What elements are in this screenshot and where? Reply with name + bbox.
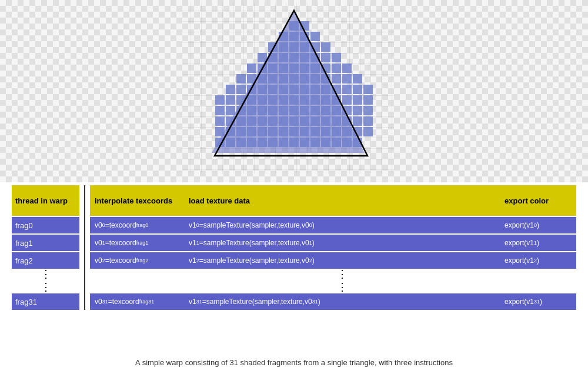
svg-rect-62 [258, 95, 267, 105]
svg-rect-42 [342, 74, 352, 84]
svg-rect-72 [363, 95, 373, 105]
column-separator [84, 185, 85, 310]
svg-rect-65 [289, 95, 299, 105]
svg-rect-101 [353, 116, 362, 126]
dots-load: ⋮⋮ [184, 268, 500, 293]
svg-rect-9 [279, 42, 288, 52]
svg-rect-119 [226, 138, 235, 147]
svg-rect-49 [279, 85, 288, 94]
svg-rect-38 [300, 74, 309, 84]
svg-rect-48 [268, 85, 278, 94]
svg-rect-88 [215, 116, 225, 126]
svg-rect-79 [279, 106, 288, 115]
svg-rect-108 [268, 127, 278, 136]
export-2: export(v12) [500, 252, 576, 269]
svg-rect-82 [310, 106, 320, 115]
svg-rect-106 [247, 127, 256, 136]
svg-rect-77 [258, 106, 267, 115]
svg-rect-71 [353, 95, 362, 105]
header-row: interpolate texcoords load texture data … [90, 185, 576, 216]
svg-rect-76 [247, 106, 256, 115]
header-export: export color [500, 185, 576, 216]
svg-rect-109 [279, 127, 288, 136]
thread-row-0: frag0 [12, 217, 79, 233]
svg-rect-61 [247, 95, 256, 105]
svg-rect-20 [321, 53, 330, 62]
data-row-0: v00=texcoordfrag0 v10=sampleTexture(samp… [90, 217, 576, 233]
thread-dots: ⋮⋮ [12, 269, 79, 292]
svg-rect-78 [268, 106, 278, 115]
svg-rect-105 [236, 127, 246, 136]
svg-rect-90 [236, 116, 246, 126]
svg-rect-67 [310, 95, 320, 105]
svg-rect-56 [353, 85, 362, 94]
svg-rect-53 [321, 85, 330, 94]
svg-rect-31 [342, 64, 352, 73]
svg-rect-96 [300, 116, 309, 126]
svg-rect-130 [342, 138, 352, 147]
interpolate-31: v031=texcoordfrag31 [90, 293, 184, 310]
svg-rect-111 [300, 127, 309, 136]
svg-rect-93 [268, 116, 278, 126]
svg-rect-121 [247, 138, 256, 147]
svg-rect-117 [363, 127, 373, 136]
svg-rect-124 [279, 138, 288, 147]
header-interpolate: interpolate texcoords [90, 185, 184, 216]
svg-rect-73 [215, 106, 225, 115]
svg-rect-45 [236, 85, 246, 94]
svg-rect-30 [332, 64, 341, 73]
load-31: v131=sampleTexture(sampler,texture,v031) [184, 293, 500, 310]
svg-rect-70 [342, 95, 352, 105]
svg-rect-112 [310, 127, 320, 136]
svg-rect-129 [332, 138, 341, 147]
svg-rect-127 [310, 138, 320, 147]
svg-rect-51 [300, 85, 309, 94]
svg-rect-123 [268, 138, 278, 147]
svg-rect-17 [289, 53, 299, 62]
svg-rect-91 [247, 116, 256, 126]
svg-rect-57 [363, 85, 373, 94]
svg-rect-122 [258, 138, 267, 147]
svg-rect-114 [332, 127, 341, 136]
svg-rect-25 [279, 64, 288, 73]
svg-rect-98 [321, 116, 330, 126]
svg-rect-11 [300, 42, 309, 52]
svg-rect-115 [342, 127, 352, 136]
main-columns: interpolate texcoords load texture data … [90, 185, 576, 310]
load-2: v12=sampleTexture(sampler,texture,v02) [184, 252, 500, 269]
svg-rect-63 [268, 95, 278, 105]
data-row-2: v02=texcoordfrag2 v12=sampleTexture(samp… [90, 252, 576, 269]
data-row-31: v031=texcoordfrag31 v131=sampleTexture(s… [90, 293, 576, 310]
col-thread: thread in warp frag0 frag1 frag2 ⋮⋮ frag… [12, 185, 79, 310]
svg-rect-5 [289, 32, 299, 41]
interpolate-2: v02=texcoordfrag2 [90, 252, 184, 269]
svg-rect-27 [300, 64, 309, 73]
svg-rect-59 [226, 95, 235, 105]
svg-rect-14 [258, 53, 267, 62]
svg-rect-36 [279, 74, 288, 84]
svg-rect-10 [289, 42, 299, 52]
svg-rect-28 [310, 64, 320, 73]
svg-rect-95 [289, 116, 299, 126]
triangle-area [0, 0, 588, 182]
svg-rect-120 [236, 138, 246, 147]
col-thread-header: thread in warp [12, 185, 79, 216]
svg-rect-50 [289, 85, 299, 94]
svg-rect-2 [289, 21, 299, 31]
svg-rect-39 [310, 74, 320, 84]
svg-rect-102 [363, 116, 373, 126]
header-load: load texture data [184, 185, 500, 216]
svg-rect-41 [332, 74, 341, 84]
svg-rect-107 [258, 127, 267, 136]
svg-rect-44 [226, 85, 235, 94]
export-1: export(v11) [500, 235, 576, 251]
svg-rect-22 [247, 64, 256, 73]
svg-rect-55 [342, 85, 352, 94]
data-row-1: v01=texcoordfrag1 v11=sampleTexture(samp… [90, 235, 576, 251]
svg-rect-24 [268, 64, 278, 73]
svg-rect-99 [332, 116, 341, 126]
svg-rect-18 [300, 53, 309, 62]
svg-rect-66 [300, 95, 309, 105]
table-wrapper: thread in warp frag0 frag1 frag2 ⋮⋮ frag… [12, 185, 576, 310]
svg-rect-84 [332, 106, 341, 115]
